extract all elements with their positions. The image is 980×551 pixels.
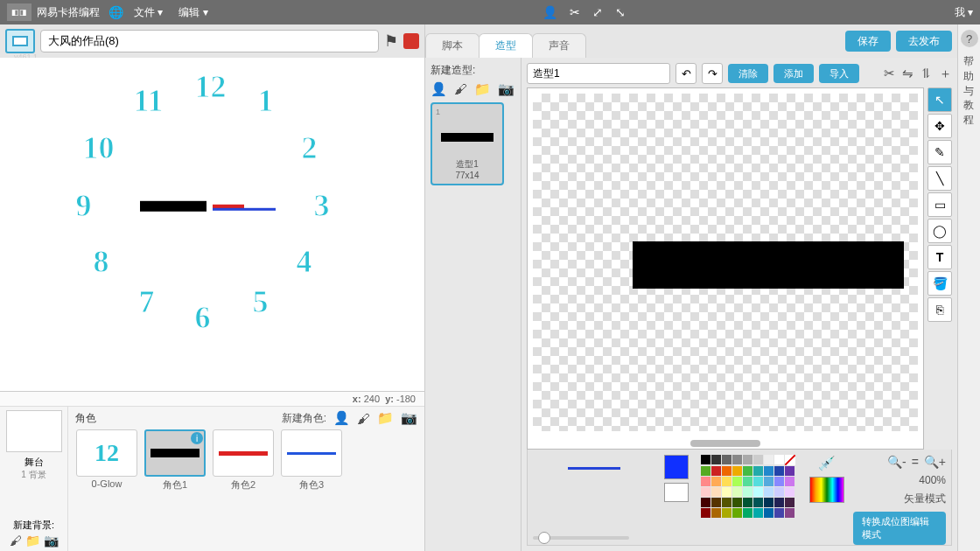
flip-v-icon[interactable]: ⥮: [920, 66, 932, 82]
upload-costume-icon[interactable]: 📁: [474, 81, 491, 97]
zoom-out-icon[interactable]: 🔍-: [887, 455, 906, 469]
vector-shape[interactable]: [633, 241, 904, 289]
info-icon[interactable]: i: [191, 432, 203, 444]
fullscreen-icon[interactable]: [5, 29, 35, 53]
fill-tool[interactable]: 🪣: [928, 271, 952, 296]
import-button[interactable]: 导入: [819, 64, 859, 83]
line-tool[interactable]: ╲: [928, 166, 952, 191]
sprite-library-icon[interactable]: 👤: [333, 410, 350, 426]
tab-scripts[interactable]: 脚本: [425, 33, 480, 58]
sprite-role2[interactable]: 角色2: [212, 429, 275, 492]
crop-icon[interactable]: ✂: [884, 66, 895, 82]
shrink-icon[interactable]: ⤡: [615, 5, 626, 19]
stop-button[interactable]: [403, 33, 419, 49]
edit-menu[interactable]: 编辑 ▾: [173, 5, 213, 20]
sprite-role1[interactable]: i 角色1: [144, 429, 206, 492]
undo-button[interactable]: ↶: [676, 63, 696, 84]
tab-sounds[interactable]: 声音: [532, 33, 586, 58]
publish-button[interactable]: 去发布: [896, 31, 952, 52]
costume-library-icon[interactable]: 👤: [430, 81, 447, 97]
duplicate-tool[interactable]: ⎘: [928, 297, 952, 322]
add-button[interactable]: 添加: [774, 64, 814, 83]
me-menu[interactable]: 我 ▾: [955, 5, 973, 20]
text-tool[interactable]: T: [928, 245, 952, 269]
globe-icon[interactable]: 🌐: [108, 5, 123, 19]
mode-switch-button[interactable]: 转换成位图编辑模式: [853, 512, 946, 545]
paint-costume-icon[interactable]: 🖌: [454, 81, 467, 97]
second-hand: [213, 207, 276, 210]
camera-costume-icon[interactable]: 📷: [498, 81, 514, 97]
upload-sprite-icon[interactable]: 📁: [377, 410, 394, 426]
rect-tool[interactable]: ▭: [928, 192, 952, 217]
zoom-in-icon[interactable]: 🔍+: [924, 455, 946, 469]
center-icon[interactable]: ＋: [939, 66, 952, 82]
brand: 网易卡搭编程: [37, 5, 100, 20]
zoom-reset-icon[interactable]: =: [912, 455, 919, 469]
logo: ◧◨: [7, 3, 32, 21]
stroke-preview: [568, 467, 620, 470]
h-scrollbar[interactable]: [690, 440, 760, 447]
stamp-icon[interactable]: 👤: [542, 5, 557, 19]
grow-icon[interactable]: ⤢: [592, 5, 603, 19]
oval-tool[interactable]: ◯: [928, 219, 952, 243]
width-slider[interactable]: [533, 536, 629, 540]
paint-canvas[interactable]: [527, 87, 924, 450]
project-name-input[interactable]: [40, 30, 379, 52]
camera-sprite-icon[interactable]: 📷: [401, 410, 417, 426]
tab-costumes[interactable]: 造型: [479, 33, 533, 58]
backdrop-thumb[interactable]: [6, 410, 62, 452]
clear-button[interactable]: 清除: [728, 64, 768, 83]
stage[interactable]: 12 1 2 3 4 5 6 7 8 9 10 11: [0, 58, 424, 392]
reshape-tool[interactable]: ✥: [928, 114, 952, 138]
hour-hand: [140, 201, 206, 212]
camera-backdrop-icon[interactable]: 📷: [44, 534, 59, 548]
color-palette[interactable]: [701, 455, 795, 540]
costume-name-input[interactable]: [527, 63, 670, 84]
secondary-swatch[interactable]: [664, 483, 689, 502]
paint-sprite-icon[interactable]: 🖌: [357, 411, 370, 426]
file-menu[interactable]: 文件 ▾: [129, 5, 168, 20]
green-flag-icon[interactable]: ⚑: [384, 31, 398, 51]
help-icon[interactable]: ?: [961, 30, 978, 47]
sprite-role3[interactable]: 角色3: [280, 429, 343, 492]
coords-readout: x: 240 y: -180: [0, 392, 424, 407]
upload-backdrop-icon[interactable]: 📁: [25, 534, 40, 548]
select-tool[interactable]: ↖: [928, 87, 952, 112]
sprite-0glow[interactable]: 12 0-Glow: [75, 429, 138, 492]
costume-item[interactable]: 1 造型1 77x14: [430, 102, 504, 185]
rainbow-picker[interactable]: [809, 477, 844, 503]
cut-icon[interactable]: ✂: [570, 5, 580, 19]
save-button[interactable]: 保存: [845, 31, 891, 52]
flip-h-icon[interactable]: ⇋: [902, 66, 914, 82]
eyedropper-icon[interactable]: 💉: [818, 455, 836, 471]
primary-swatch[interactable]: [664, 455, 689, 479]
redo-button[interactable]: ↷: [702, 63, 723, 84]
paint-backdrop-icon[interactable]: 🖌: [10, 534, 22, 548]
pencil-tool[interactable]: ✎: [928, 140, 952, 164]
